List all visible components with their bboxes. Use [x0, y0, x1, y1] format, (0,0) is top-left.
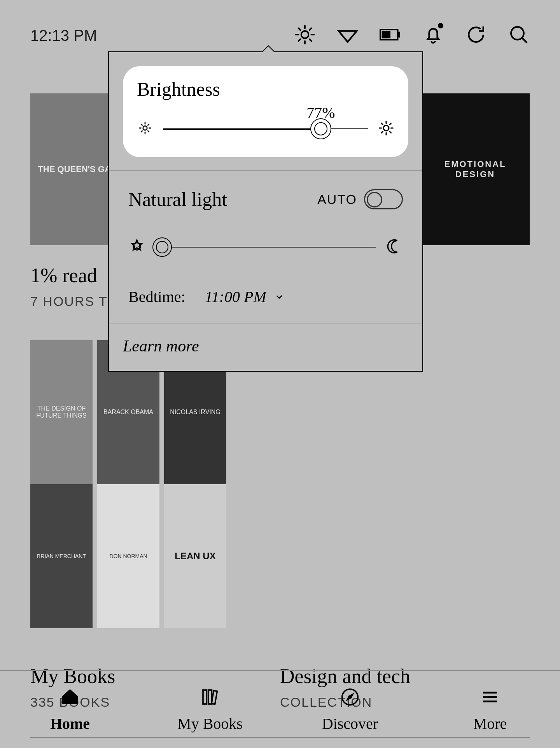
brightness-panel: Brightness 77% Natural light AUTO — [108, 51, 423, 372]
book-cover: LEAN UX — [164, 484, 226, 628]
notification-dot — [438, 23, 443, 28]
brightness-slider[interactable]: 77% — [137, 120, 394, 138]
nav-home[interactable]: Home — [0, 671, 140, 748]
books-icon — [200, 687, 220, 709]
compass-icon — [340, 687, 360, 709]
brightness-title: Brightness — [137, 78, 394, 100]
wifi-icon[interactable] — [337, 24, 359, 47]
svg-line-27 — [141, 124, 142, 125]
toggle-knob — [367, 192, 382, 207]
sun-hollow-icon — [128, 238, 145, 256]
nav-discover[interactable]: Discover — [280, 671, 420, 748]
svg-line-29 — [141, 131, 142, 132]
popup-caret — [261, 45, 275, 52]
bedtime-value[interactable]: 11:00 PM — [205, 288, 284, 306]
svg-line-39 — [390, 123, 391, 125]
chevron-down-icon — [274, 288, 284, 306]
svg-rect-14 — [203, 690, 206, 704]
svg-line-38 — [382, 132, 383, 133]
auto-toggle[interactable] — [364, 189, 403, 209]
auto-label: AUTO — [317, 192, 357, 207]
brightness-icon[interactable] — [294, 24, 316, 47]
brightness-low-icon — [137, 120, 153, 138]
natural-light-slider[interactable] — [128, 238, 403, 256]
svg-point-12 — [511, 27, 524, 40]
book-cover[interactable]: EMOTIONAL DESIGN — [421, 93, 530, 245]
book-cover: THE DESIGN OF FUTURE THINGS — [30, 340, 93, 484]
brightness-thumb[interactable] — [310, 118, 331, 139]
svg-line-7 — [298, 39, 300, 41]
collections-row: THE DESIGN OF FUTURE THINGS BARACK OBAMA… — [30, 340, 530, 628]
natural-light-thumb[interactable] — [152, 237, 172, 257]
book-cover: DON NORMAN — [97, 484, 159, 628]
book-cover: BRIAN MERCHANT — [30, 484, 93, 628]
svg-rect-10 — [398, 32, 400, 38]
svg-line-37 — [390, 132, 391, 133]
natural-light-title: Natural light — [128, 188, 227, 211]
menu-icon — [480, 687, 500, 709]
svg-rect-11 — [382, 31, 390, 39]
bedtime-label: Bedtime: — [128, 288, 186, 306]
search-icon[interactable] — [508, 24, 530, 47]
svg-line-6 — [310, 39, 312, 41]
home-icon — [60, 687, 80, 709]
natural-light-section: Natural light AUTO Bedtime: 11:00 PM — [109, 171, 422, 323]
svg-line-13 — [522, 38, 527, 43]
bedtime-row[interactable]: Bedtime: 11:00 PM — [128, 288, 403, 306]
learn-more-link[interactable]: Learn more — [109, 323, 422, 371]
svg-point-0 — [301, 31, 309, 39]
status-icons — [294, 24, 530, 47]
brightness-track[interactable]: 77% — [163, 128, 368, 130]
sync-icon[interactable] — [465, 24, 487, 47]
svg-point-31 — [383, 125, 389, 131]
nav-home-label: Home — [50, 715, 90, 733]
nav-mybooks-label: My Books — [177, 715, 243, 733]
svg-line-5 — [298, 28, 300, 30]
status-bar: 12:13 PM — [0, 0, 560, 54]
svg-marker-18 — [347, 694, 353, 700]
nav-more-label: More — [473, 715, 507, 733]
nav-more[interactable]: More — [420, 671, 560, 748]
moon-icon — [386, 238, 403, 256]
svg-point-22 — [143, 126, 147, 130]
svg-line-36 — [382, 123, 383, 125]
nav-my-books[interactable]: My Books — [140, 671, 280, 748]
battery-icon[interactable] — [380, 24, 401, 47]
natural-light-track[interactable] — [156, 247, 376, 248]
bell-icon[interactable] — [422, 24, 444, 47]
status-time: 12:13 PM — [30, 27, 97, 44]
nav-discover-label: Discover — [322, 715, 378, 733]
svg-line-8 — [310, 28, 312, 30]
bottom-nav: Home My Books Discover More — [0, 670, 560, 748]
svg-line-28 — [148, 131, 149, 132]
design-tech-tile[interactable]: BRIAN MERCHANT DON NORMAN LEAN UX — [30, 484, 270, 628]
brightness-card: Brightness 77% — [123, 66, 408, 157]
svg-line-30 — [148, 124, 149, 125]
brightness-high-icon — [378, 120, 394, 138]
